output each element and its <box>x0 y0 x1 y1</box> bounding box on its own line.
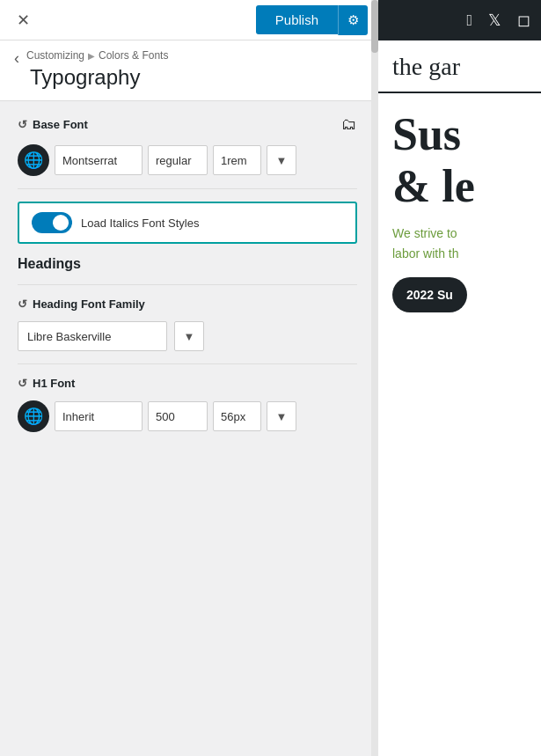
base-font-weight-input[interactable] <box>148 145 208 175</box>
h1-font-weight-input[interactable] <box>148 401 208 431</box>
base-font-reset-icon[interactable]: ↺ <box>18 118 27 131</box>
facebook-icon[interactable]:  <box>466 11 472 30</box>
body-text-line2: labor with th <box>392 246 458 261</box>
base-font-name-input[interactable] <box>55 145 143 175</box>
heading-font-family-label: ↺ Heading Font Family <box>18 297 145 311</box>
divider-1 <box>18 188 357 189</box>
headings-title: Headings <box>18 256 357 272</box>
divider-3 <box>18 363 357 364</box>
h1-font-globe-icon[interactable]: 🌐 <box>18 400 49 432</box>
folder-icon[interactable]: 🗂 <box>341 115 357 134</box>
site-header-text: the gar <box>378 40 541 93</box>
hero-line-1: Sus <box>392 109 527 159</box>
cta-button[interactable]: 2022 Su <box>392 277 467 312</box>
breadcrumb-content: Customizing ▶ Colors & Fonts Typography <box>26 49 168 100</box>
right-panel:  𝕏 ◻ the gar Sus & le We strive to labo… <box>378 0 541 756</box>
base-font-section-header: ↺ Base Font 🗂 <box>18 115 357 134</box>
scroll-thumb[interactable] <box>371 0 378 53</box>
load-italics-label: Load Italics Font Styles <box>81 217 199 230</box>
toggle-track <box>32 212 72 233</box>
publish-button[interactable]: Publish <box>256 5 338 34</box>
base-font-dropdown-button[interactable]: ▼ <box>267 145 296 175</box>
body-text-line1: We strive to <box>392 226 457 240</box>
instagram-icon[interactable]: ◻ <box>517 11 530 30</box>
heading-font-reset-icon[interactable]: ↺ <box>18 297 27 311</box>
base-font-size-input[interactable] <box>213 145 261 175</box>
left-panel: ✕ Publish ⚙ ‹ Customizing ▶ Colors & Fon… <box>0 0 378 756</box>
site-preview: the gar Sus & le We strive to labor with… <box>378 40 541 756</box>
breadcrumb-separator: ▶ <box>88 51 95 61</box>
divider-2 <box>18 284 357 285</box>
load-italics-toggle-row: Load Italics Font Styles <box>18 202 357 244</box>
panel-content: ↺ Base Font 🗂 🌐 ▼ Load Italics Font Styl… <box>0 101 378 756</box>
heading-font-family-input[interactable] <box>18 321 167 351</box>
base-font-globe-icon[interactable]: 🌐 <box>18 144 49 176</box>
load-italics-toggle[interactable] <box>32 212 72 233</box>
h1-font-name-input[interactable] <box>55 401 143 431</box>
heading-font-family-row: ▼ <box>18 321 357 351</box>
h1-font-title: H1 Font <box>33 377 75 390</box>
h1-font-reset-icon[interactable]: ↺ <box>18 377 27 390</box>
h1-font-row: 🌐 ▼ <box>18 400 357 432</box>
twitter-icon[interactable]: 𝕏 <box>488 11 501 30</box>
scroll-track <box>371 0 378 756</box>
body-text: We strive to labor with th <box>392 224 527 263</box>
base-font-row: 🌐 ▼ <box>18 144 357 176</box>
h1-font-size-input[interactable] <box>213 401 261 431</box>
back-button[interactable]: ‹ <box>14 49 19 78</box>
h1-font-label: ↺ H1 Font <box>18 377 75 390</box>
heading-font-dropdown-button[interactable]: ▼ <box>174 321 204 351</box>
heading-font-family-title: Heading Font Family <box>33 297 145 311</box>
base-font-label: ↺ Base Font <box>18 118 88 131</box>
breadcrumb: Customizing ▶ Colors & Fonts <box>26 49 168 62</box>
breadcrumb-parent: Customizing <box>26 49 84 62</box>
gear-button[interactable]: ⚙ <box>338 5 368 35</box>
breadcrumb-bar: ‹ Customizing ▶ Colors & Fonts Typograph… <box>0 40 378 101</box>
h1-font-dropdown-button[interactable]: ▼ <box>267 401 296 431</box>
breadcrumb-child: Colors & Fonts <box>99 49 168 62</box>
hero-text: Sus & le We strive to labor with th 2022… <box>378 93 541 312</box>
top-bar: ✕ Publish ⚙ <box>0 0 378 40</box>
toggle-thumb <box>53 215 69 231</box>
h1-font-section-header: ↺ H1 Font <box>18 377 357 390</box>
breadcrumb-row: ‹ Customizing ▶ Colors & Fonts Typograph… <box>14 49 364 100</box>
close-button[interactable]: ✕ <box>11 8 35 33</box>
publish-group: Publish ⚙ <box>256 5 368 35</box>
right-top-bar:  𝕏 ◻ <box>378 0 541 40</box>
heading-font-family-header: ↺ Heading Font Family <box>18 297 357 311</box>
page-title: Typography <box>30 65 168 100</box>
base-font-title: Base Font <box>33 118 88 131</box>
hero-line-2: & le <box>392 161 527 211</box>
